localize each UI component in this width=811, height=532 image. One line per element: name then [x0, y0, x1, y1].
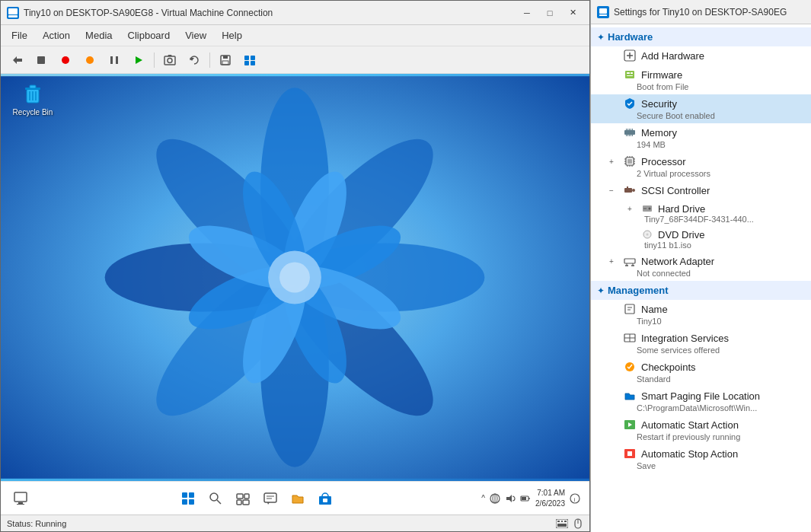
tree-item-processor[interactable]: + Processor 2 Virtual processors — [591, 152, 811, 181]
toolbar-snapshot-button[interactable] — [158, 49, 181, 71]
task-view-icon[interactable] — [232, 488, 254, 509]
add-hardware-name: Add Hardware — [641, 50, 704, 62]
vm-statusbar: Status: Running — [1, 514, 589, 531]
menu-help[interactable]: Help — [214, 27, 250, 44]
tree-sub-dvd-header: DVD Drive — [627, 228, 805, 241]
tree-item-security[interactable]: Security Secure Boot enabled — [591, 94, 811, 123]
toolbar-revert-button[interactable] — [183, 49, 206, 71]
toolbar-record-button[interactable] — [54, 49, 77, 71]
svg-rect-54 — [237, 500, 241, 505]
vm-desktop[interactable]: Recycle Bin — [1, 74, 589, 481]
file-explorer-icon[interactable] — [287, 488, 308, 509]
hardware-section-header[interactable]: ✦ Hardware — [591, 27, 811, 46]
toolbar-separator-2 — [209, 53, 210, 68]
svg-rect-67 — [528, 498, 530, 499]
tree-sub-item-dvd-drive[interactable]: DVD Drive tiny11 b1.iso — [591, 226, 811, 252]
svg-rect-46 — [182, 492, 187, 498]
svg-rect-15 — [251, 56, 255, 60]
svg-rect-2 — [37, 56, 45, 64]
vm-title-icon — [7, 7, 19, 19]
toolbar-record2-button[interactable] — [78, 49, 101, 71]
security-icon — [623, 97, 637, 110]
svg-rect-72 — [557, 521, 560, 522]
svg-point-113 — [632, 189, 635, 192]
store-icon[interactable] — [315, 488, 336, 509]
volume-icon — [505, 493, 516, 504]
show-desktop-icon[interactable] — [10, 488, 31, 509]
auto-stop-subtitle: Save — [609, 461, 805, 470]
svg-point-3 — [62, 56, 69, 64]
start-button[interactable] — [177, 488, 199, 509]
close-button[interactable]: ✕ — [562, 5, 583, 21]
toolbar-stop-button[interactable] — [30, 49, 53, 71]
auto-stop-icon — [623, 447, 637, 460]
tree-item-integration-services[interactable]: Integration Services Some services offer… — [591, 329, 811, 358]
svg-rect-1 — [8, 15, 18, 18]
toolbar-play-button[interactable] — [127, 49, 150, 71]
maximize-button[interactable]: □ — [539, 5, 560, 21]
menu-action[interactable]: Action — [35, 27, 78, 44]
svg-rect-39 — [30, 85, 36, 88]
menu-clipboard[interactable]: Clipboard — [120, 27, 178, 44]
svg-rect-90 — [629, 129, 630, 130]
recycle-bin-icon[interactable]: Recycle Bin — [8, 81, 57, 116]
dvd-subtitle: tiny11 b1.iso — [627, 241, 805, 250]
tree-item-name[interactable]: Name Tiny10 — [591, 300, 811, 329]
tree-item-smart-paging-header: Smart Paging File Location — [609, 389, 805, 403]
svg-rect-125 — [625, 304, 634, 314]
name-subtitle: Tiny10 — [609, 317, 805, 326]
tree-item-network-adapter[interactable]: + Network Adapter Not connected — [591, 252, 811, 281]
svg-rect-17 — [251, 61, 255, 65]
settings-titlebar: Settings for Tiny10 on DESKTOP-SA90EG — [591, 0, 811, 24]
search-icon[interactable] — [205, 488, 226, 509]
processor-name: Processor — [641, 156, 686, 167]
dvd-icon — [641, 228, 653, 241]
checkpoints-icon — [623, 360, 637, 374]
tree-sub-item-hard-drive[interactable]: + Hard Drive Tiny7_68F344DF-3431-440... — [591, 200, 811, 226]
toolbar-back-button[interactable] — [5, 49, 28, 71]
toolbar-action-button[interactable] — [238, 49, 261, 71]
minimize-button[interactable]: ─ — [516, 5, 538, 21]
menu-media[interactable]: Media — [78, 27, 120, 44]
vm-window: Tiny10 on DESKTOP-SA90EG8 - Virtual Mach… — [0, 0, 590, 532]
svg-rect-88 — [626, 129, 627, 130]
chat-icon[interactable] — [260, 488, 281, 509]
tree-item-auto-stop[interactable]: Automatic Stop Action Save — [591, 444, 811, 473]
tree-item-scsi-controller[interactable]: − SCSI Controller — [591, 181, 811, 200]
svg-rect-56 — [264, 493, 276, 502]
taskbar-clock[interactable]: 7:01 AM 2/6/2023 — [535, 488, 565, 509]
management-section-header[interactable]: ✦ Management — [591, 281, 811, 300]
svg-rect-44 — [18, 502, 23, 504]
svg-rect-48 — [182, 499, 187, 505]
tree-item-memory[interactable]: Memory 194 MB — [591, 123, 811, 152]
tray-up-arrow[interactable]: ^ — [481, 494, 485, 502]
scsi-icon — [623, 183, 637, 197]
toolbar-save-button[interactable] — [214, 49, 237, 71]
settings-panel: Settings for Tiny10 on DESKTOP-SA90EG ✦ … — [590, 0, 811, 532]
tree-item-add-hardware[interactable]: Add Hardware — [591, 46, 811, 65]
svg-point-9 — [168, 58, 172, 62]
tree-item-auto-start[interactable]: Automatic Start Action Restart if previo… — [591, 416, 811, 444]
toolbar-pause-button[interactable] — [103, 49, 126, 71]
security-subtitle: Secure Boot enabled — [609, 111, 805, 120]
svg-point-36 — [279, 263, 310, 293]
menu-file[interactable]: File — [4, 27, 35, 44]
vm-menubar: File Action Media Clipboard View Help — [1, 25, 589, 46]
svg-rect-49 — [189, 499, 194, 505]
firmware-subtitle: Boot from File — [609, 82, 805, 91]
svg-rect-74 — [564, 521, 567, 522]
network-adapter-name: Network Adapter — [641, 256, 714, 267]
menu-view[interactable]: View — [177, 27, 214, 44]
taskbar-time-display: 7:01 AM — [535, 488, 565, 499]
svg-rect-78 — [599, 8, 607, 14]
tree-item-security-header: Security — [609, 97, 805, 110]
vm-titlebar: Tiny10 on DESKTOP-SA90EG8 - Virtual Mach… — [1, 1, 589, 25]
svg-rect-68 — [522, 497, 526, 500]
smart-paging-subtitle: C:\ProgramData\Microsoft\Win... — [609, 403, 805, 413]
tree-item-firmware[interactable]: Firmware Boot from File — [591, 65, 811, 94]
checkpoints-name: Checkpoints — [641, 362, 696, 373]
integration-icon — [623, 331, 637, 345]
tree-item-checkpoints[interactable]: Checkpoints Standard — [591, 358, 811, 387]
tree-item-integration-header: Integration Services — [609, 331, 805, 345]
tree-item-smart-paging[interactable]: Smart Paging File Location C:\ProgramDat… — [591, 387, 811, 416]
